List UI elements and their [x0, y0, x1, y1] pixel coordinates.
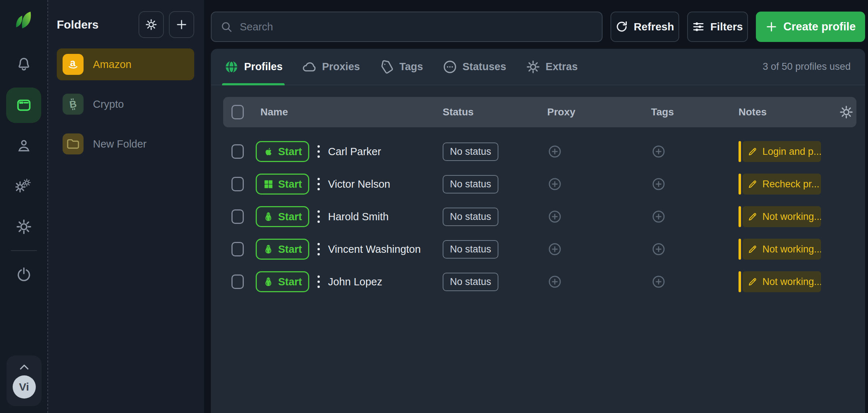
status-badge[interactable]: No status: [443, 273, 498, 291]
amazon-icon: a: [63, 54, 84, 75]
select-all-checkbox[interactable]: [231, 105, 244, 119]
cloud-icon: [302, 60, 316, 74]
start-label: Start: [278, 243, 302, 255]
add-proxy-icon[interactable]: [547, 209, 651, 224]
column-header-name: Name: [253, 106, 443, 118]
add-proxy-icon[interactable]: [547, 274, 651, 289]
gear-icon: [145, 18, 157, 31]
folders-settings-button[interactable]: [139, 11, 164, 38]
refresh-button[interactable]: Refresh: [610, 12, 679, 42]
linux-penguin-icon: [263, 211, 274, 222]
bell-icon: [16, 56, 32, 73]
add-proxy-icon[interactable]: [547, 144, 651, 159]
table-row: Start John Lopez No status: [223, 265, 856, 298]
windows-icon: [263, 179, 274, 190]
account-nav-item[interactable]: [6, 128, 41, 163]
tab[interactable]: Profiles: [224, 49, 282, 85]
profile-name[interactable]: Victor Nelson: [328, 178, 390, 190]
logout-nav-item[interactable]: [6, 257, 41, 292]
main-content: Refresh Filters Create p: [204, 0, 868, 413]
add-proxy-icon[interactable]: [547, 176, 651, 192]
note-accent-bar: [739, 271, 741, 292]
row-menu-icon[interactable]: [317, 144, 320, 159]
note-accent-bar: [739, 174, 741, 195]
row-menu-icon[interactable]: [317, 274, 320, 290]
power-icon: [16, 266, 32, 283]
select-checkbox[interactable]: [231, 242, 244, 256]
add-tag-icon[interactable]: [651, 242, 739, 257]
start-label: Start: [278, 276, 302, 288]
tab-label: Extras: [546, 61, 578, 73]
row-menu-icon[interactable]: [317, 209, 320, 225]
profile-name[interactable]: Vincent Washington: [328, 243, 421, 255]
tag-icon: [379, 60, 394, 74]
browser-window-icon: [16, 97, 32, 114]
select-checkbox[interactable]: [231, 274, 244, 289]
select-checkbox[interactable]: [231, 144, 244, 159]
add-folder-button[interactable]: [169, 11, 194, 38]
start-profile-button[interactable]: Start: [256, 141, 309, 162]
start-profile-button[interactable]: Start: [256, 271, 309, 292]
select-checkbox[interactable]: [231, 177, 244, 191]
column-header-tags: Tags: [651, 106, 739, 118]
profile-name[interactable]: Carl Parker: [328, 146, 381, 158]
table-header: Name Status Proxy Tags Notes: [223, 97, 856, 127]
add-tag-icon[interactable]: [651, 144, 739, 159]
browser-profiles-nav-item[interactable]: [6, 88, 41, 123]
topbar: Refresh Filters Create p: [211, 12, 865, 42]
note-badge[interactable]: Login and p...: [739, 141, 821, 162]
search-icon: [220, 21, 233, 33]
person-icon: [16, 137, 32, 154]
tab[interactable]: Statuses: [443, 49, 506, 85]
add-tag-icon[interactable]: [651, 274, 739, 289]
profiles-table: Name Status Proxy Tags Notes: [211, 85, 865, 298]
gear-icon: [16, 218, 32, 235]
filters-button[interactable]: Filters: [687, 12, 748, 42]
start-profile-button[interactable]: Start: [256, 206, 309, 227]
status-badge[interactable]: No status: [443, 208, 498, 226]
folders-title: Folders: [57, 18, 99, 31]
automation-nav-item[interactable]: [6, 169, 41, 204]
add-proxy-icon[interactable]: [547, 242, 651, 257]
profile-name[interactable]: Harold Smith: [328, 211, 389, 223]
notifications-nav-item[interactable]: [6, 47, 41, 82]
table-row: Start Vincent Washington No: [223, 233, 856, 265]
note-badge[interactable]: Not working...: [739, 271, 821, 292]
table-settings-icon[interactable]: [839, 105, 856, 119]
row-menu-icon[interactable]: [317, 241, 320, 257]
status-badge[interactable]: No status: [443, 142, 498, 161]
select-checkbox[interactable]: [231, 209, 244, 224]
start-profile-button[interactable]: Start: [256, 174, 309, 195]
start-label: Start: [278, 178, 302, 190]
add-tag-icon[interactable]: [651, 209, 739, 224]
note-text: Not working...: [762, 211, 821, 222]
folder-item[interactable]: B Crypto: [57, 88, 194, 120]
user-menu[interactable]: Vi: [7, 355, 42, 406]
filters-label: Filters: [710, 21, 743, 33]
status-badge[interactable]: No status: [443, 175, 498, 193]
profile-name[interactable]: John Lopez: [328, 276, 382, 288]
note-badge[interactable]: Not working...: [739, 239, 821, 260]
row-menu-icon[interactable]: [317, 176, 320, 192]
tab[interactable]: Tags: [379, 49, 423, 85]
create-profile-button[interactable]: Create profile: [756, 12, 865, 42]
pencil-icon: [747, 276, 758, 287]
search-input[interactable]: [240, 21, 593, 33]
table-row: Start Harold Smith No status: [223, 200, 856, 233]
folder-list: a Amazon B: [57, 48, 194, 160]
tab[interactable]: Proxies: [302, 49, 360, 85]
column-header-status: Status: [443, 106, 547, 118]
folder-item[interactable]: a Amazon: [57, 48, 194, 80]
status-badge[interactable]: No status: [443, 240, 498, 259]
add-tag-icon[interactable]: [651, 176, 739, 192]
create-profile-label: Create profile: [783, 20, 856, 33]
avatar[interactable]: Vi: [13, 375, 36, 399]
note-badge[interactable]: Recheck pr...: [739, 174, 821, 195]
refresh-label: Refresh: [634, 21, 674, 33]
start-profile-button[interactable]: Start: [256, 239, 309, 260]
tab[interactable]: Extras: [526, 49, 578, 85]
folder-item[interactable]: New Folder: [57, 128, 194, 160]
note-badge[interactable]: Not working...: [739, 206, 821, 227]
chevron-up-icon: [19, 363, 30, 371]
settings-nav-item[interactable]: [6, 209, 41, 244]
